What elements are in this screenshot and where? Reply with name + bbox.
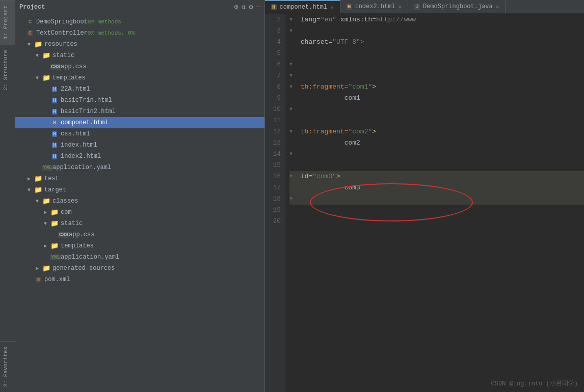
tree-item-TextController[interactable]: CTextController 0% methods, 0% — [15, 27, 264, 39]
fold-arrow-16[interactable]: ▼ — [289, 171, 297, 182]
minimize-icon[interactable]: — — [256, 3, 260, 11]
tree-item-static[interactable]: ▼📁static — [15, 50, 264, 61]
fold-arrow[interactable]: ▼ — [36, 53, 42, 59]
token-attr-name — [297, 83, 301, 91]
tree-item-target[interactable]: ▼📁target — [15, 184, 264, 195]
tab-icon-DemoSpringboot: J — [414, 4, 420, 10]
tab-close-index2[interactable]: ✕ — [399, 4, 402, 10]
settings-icon[interactable]: ⚙ — [249, 3, 253, 11]
structure-tab[interactable]: 2: Structure — [0, 44, 15, 95]
tab-bar: Hcomponet.html✕Hindex2.html✕JDemoSpringb… — [265, 0, 584, 14]
fold-arrow-6[interactable]: ▼ — [289, 59, 297, 70]
line-number-9: 9 — [267, 93, 281, 104]
file-icon-folder: 📁 — [50, 208, 59, 216]
code-editor[interactable]: 234567891011121314151617181920 ▼ lang="e… — [265, 14, 584, 392]
tree-item-css-html[interactable]: Hcss.html — [15, 128, 264, 139]
project-tab[interactable]: 1: Project — [0, 0, 15, 44]
file-icon-html: H — [50, 86, 59, 93]
fold-arrow[interactable]: ▼ — [28, 187, 34, 193]
fold-arrow[interactable]: ▼ — [36, 75, 42, 81]
tree-item-com[interactable]: ▶📁com — [15, 207, 264, 218]
tab-DemoSpringboot[interactable]: JDemoSpringboot.java✕ — [408, 0, 506, 13]
code-line-5: </span><span style="color:#a9b7c6;white-… — [289, 48, 584, 59]
fold-arrow[interactable]: ▼ — [44, 221, 50, 227]
token-attr-value: "com3" — [312, 173, 336, 180]
tab-icon-componet: H — [271, 4, 277, 10]
line-number-4: 4 — [267, 37, 281, 48]
code-line-13: com2 — [289, 137, 584, 149]
tree-label: app.css — [69, 231, 94, 238]
fold-arrow-2[interactable]: ▼ — [289, 14, 297, 25]
tree-item-static[interactable]: ▼📁static — [15, 218, 264, 229]
fold-arrow-8[interactable]: ▼ — [289, 81, 297, 93]
token-attr-value: "UTF-8"> — [332, 38, 364, 46]
line-number-3: 3 — [267, 25, 281, 37]
tree-label: componet.html — [61, 119, 109, 126]
globe-icon[interactable]: ⊕ — [234, 3, 238, 11]
line-number-12: 12 — [267, 126, 281, 137]
file-icon-folder: 📁 — [34, 186, 43, 194]
token-text-content: com3 — [344, 182, 360, 193]
tree-item-DemoSpringboot[interactable]: CDemoSpringboot 0% methods — [15, 16, 264, 27]
fold-arrow-18[interactable]: ▼ — [289, 193, 297, 205]
tree-item-index-html[interactable]: Hindex.html — [15, 139, 264, 151]
fold-arrow[interactable]: ▼ — [36, 199, 42, 204]
tree-item-resources[interactable]: ▼📁resources — [15, 39, 264, 50]
tree-item-basicTrin2-html[interactable]: HbasicTrin2.html — [15, 106, 264, 117]
tree-item-generated-sources[interactable]: ▶📁generated-sources — [15, 263, 264, 274]
token-tag: lang="en" xmlns:th=http://www — [297, 14, 416, 25]
tab-close-DemoSpringboot[interactable]: ✕ — [496, 4, 499, 10]
fold-arrow[interactable]: ▼ — [28, 42, 34, 47]
tree-item-app-css[interactable]: CSSapp.css — [15, 229, 264, 240]
fold-arrow-7[interactable]: ▼ — [289, 70, 297, 81]
fold-arrow[interactable]: ▶ — [28, 176, 34, 182]
tree-item-app-css[interactable]: CSSapp.css — [15, 61, 264, 72]
token-text-content: com2 — [344, 137, 360, 149]
tree-item-application-yaml[interactable]: YMLapplication.yaml — [15, 162, 264, 173]
code-line-15 — [289, 160, 584, 171]
tab-close-componet[interactable]: ✕ — [330, 4, 334, 11]
project-header-icons: ⊕ ⇅ ⚙ — — [234, 3, 260, 11]
coverage-badge: 0% methods — [88, 19, 121, 25]
indent — [297, 137, 344, 149]
tree-item-componet-html[interactable]: Hcomponet.html — [15, 117, 264, 128]
sort-icon[interactable]: ⇅ — [242, 3, 246, 11]
favorites-tab[interactable]: 2: Favorites — [0, 341, 15, 392]
tree-item-test[interactable]: ▶📁test — [15, 173, 264, 184]
code-line-3: ▼ — [289, 25, 584, 37]
tree-item-classes[interactable]: ▼📁classes — [15, 195, 264, 207]
line-number-20: 20 — [267, 216, 281, 227]
token-tag: id="com3"> — [297, 171, 340, 182]
code-line-19 — [289, 205, 584, 216]
fold-arrow[interactable]: ▶ — [44, 243, 50, 249]
fold-arrow[interactable]: ▶ — [44, 209, 50, 215]
tree-item-application-yaml[interactable]: YMLapplication.yaml — [15, 251, 264, 263]
tree-label: pom.xml — [44, 276, 70, 283]
line-number-5: 5 — [267, 48, 281, 59]
tree-item-templates[interactable]: ▼📁templates — [15, 72, 264, 83]
token-tag: charset="UTF-8"> — [297, 37, 364, 48]
fold-arrow-14[interactable]: ▼ — [289, 149, 297, 160]
file-icon-css: CSS — [58, 231, 67, 238]
code-line-4: charset="UTF-8"> — [289, 37, 584, 48]
tab-index2[interactable]: Hindex2.html✕ — [340, 0, 408, 13]
tree-label: app.css — [61, 63, 86, 70]
token-attr-name: lang= — [297, 16, 321, 23]
file-icon-folder: 📁 — [34, 175, 43, 183]
file-icon-spring: C — [25, 18, 35, 25]
fold-arrow-12[interactable]: ▼ — [289, 126, 297, 137]
tree-item-index2-html[interactable]: Hindex2.html — [15, 151, 264, 162]
coverage-badge: 0% methods, 0% — [88, 30, 135, 36]
fold-arrow[interactable]: ▶ — [36, 265, 42, 271]
tree-item-templates[interactable]: ▶📁templates — [15, 240, 264, 251]
code-content[interactable]: ▼ lang="en" xmlns:th=http://www▼ charset… — [285, 14, 584, 392]
code-line-14: ▼ — [289, 149, 584, 160]
fold-arrow-3[interactable]: ▼ — [289, 25, 297, 37]
tab-componet[interactable]: Hcomponet.html✕ — [265, 0, 340, 13]
tree-item-22A-html[interactable]: H22A.html — [15, 83, 264, 95]
tree-item-basicTrin-html[interactable]: HbasicTrin.html — [15, 95, 264, 106]
fold-arrow-10[interactable]: ▼ — [289, 104, 297, 115]
code-line-16: ▼ id="com3"> — [289, 171, 584, 182]
line-number-13: 13 — [267, 137, 281, 149]
tree-item-pom-xml[interactable]: mpom.xml — [15, 274, 264, 285]
